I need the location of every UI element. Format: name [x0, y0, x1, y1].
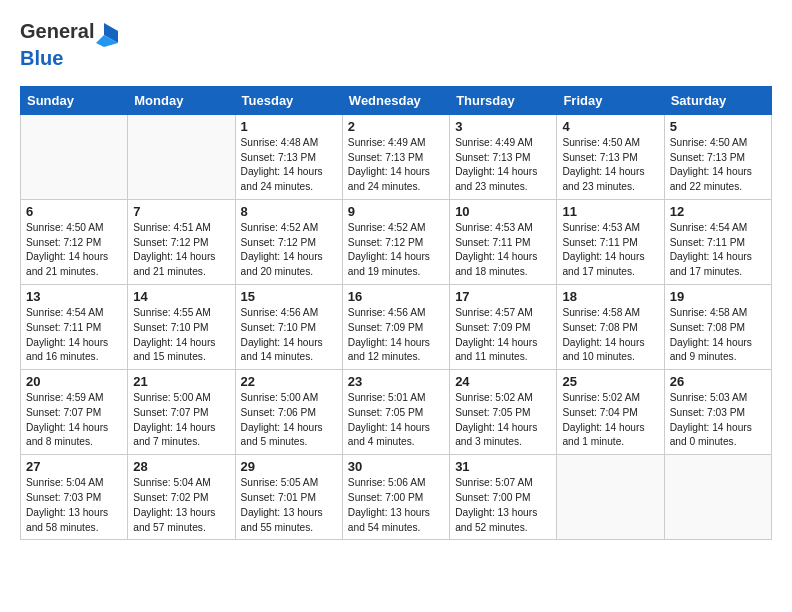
day-number: 24 [455, 374, 551, 389]
day-detail: Sunrise: 4:49 AM Sunset: 7:13 PM Dayligh… [348, 136, 444, 195]
day-number: 21 [133, 374, 229, 389]
calendar-cell: 24Sunrise: 5:02 AM Sunset: 7:05 PM Dayli… [450, 370, 557, 455]
day-detail: Sunrise: 5:03 AM Sunset: 7:03 PM Dayligh… [670, 391, 766, 450]
calendar-cell: 28Sunrise: 5:04 AM Sunset: 7:02 PM Dayli… [128, 455, 235, 540]
day-number: 18 [562, 289, 658, 304]
day-detail: Sunrise: 4:56 AM Sunset: 7:09 PM Dayligh… [348, 306, 444, 365]
calendar-cell: 11Sunrise: 4:53 AM Sunset: 7:11 PM Dayli… [557, 199, 664, 284]
calendar-cell: 21Sunrise: 5:00 AM Sunset: 7:07 PM Dayli… [128, 370, 235, 455]
day-number: 9 [348, 204, 444, 219]
day-detail: Sunrise: 4:57 AM Sunset: 7:09 PM Dayligh… [455, 306, 551, 365]
day-detail: Sunrise: 4:56 AM Sunset: 7:10 PM Dayligh… [241, 306, 337, 365]
day-detail: Sunrise: 4:54 AM Sunset: 7:11 PM Dayligh… [670, 221, 766, 280]
calendar-cell: 2Sunrise: 4:49 AM Sunset: 7:13 PM Daylig… [342, 114, 449, 199]
calendar-cell: 30Sunrise: 5:06 AM Sunset: 7:00 PM Dayli… [342, 455, 449, 540]
day-detail: Sunrise: 4:50 AM Sunset: 7:13 PM Dayligh… [562, 136, 658, 195]
day-number: 3 [455, 119, 551, 134]
calendar-cell: 9Sunrise: 4:52 AM Sunset: 7:12 PM Daylig… [342, 199, 449, 284]
day-number: 16 [348, 289, 444, 304]
calendar-cell: 26Sunrise: 5:03 AM Sunset: 7:03 PM Dayli… [664, 370, 771, 455]
day-detail: Sunrise: 4:49 AM Sunset: 7:13 PM Dayligh… [455, 136, 551, 195]
calendar-cell: 5Sunrise: 4:50 AM Sunset: 7:13 PM Daylig… [664, 114, 771, 199]
day-number: 20 [26, 374, 122, 389]
day-number: 25 [562, 374, 658, 389]
logo-general: General [20, 20, 94, 42]
day-number: 8 [241, 204, 337, 219]
day-detail: Sunrise: 5:04 AM Sunset: 7:02 PM Dayligh… [133, 476, 229, 535]
day-number: 6 [26, 204, 122, 219]
calendar-cell: 1Sunrise: 4:48 AM Sunset: 7:13 PM Daylig… [235, 114, 342, 199]
week-row-3: 20Sunrise: 4:59 AM Sunset: 7:07 PM Dayli… [21, 370, 772, 455]
day-detail: Sunrise: 4:51 AM Sunset: 7:12 PM Dayligh… [133, 221, 229, 280]
day-detail: Sunrise: 5:04 AM Sunset: 7:03 PM Dayligh… [26, 476, 122, 535]
day-number: 30 [348, 459, 444, 474]
day-number: 13 [26, 289, 122, 304]
day-detail: Sunrise: 5:02 AM Sunset: 7:05 PM Dayligh… [455, 391, 551, 450]
calendar-cell: 7Sunrise: 4:51 AM Sunset: 7:12 PM Daylig… [128, 199, 235, 284]
calendar-cell: 19Sunrise: 4:58 AM Sunset: 7:08 PM Dayli… [664, 285, 771, 370]
day-detail: Sunrise: 4:58 AM Sunset: 7:08 PM Dayligh… [670, 306, 766, 365]
day-number: 11 [562, 204, 658, 219]
logo: General Blue [20, 20, 120, 70]
logo-text: General Blue [20, 20, 120, 70]
calendar-cell: 22Sunrise: 5:00 AM Sunset: 7:06 PM Dayli… [235, 370, 342, 455]
day-number: 29 [241, 459, 337, 474]
week-row-2: 13Sunrise: 4:54 AM Sunset: 7:11 PM Dayli… [21, 285, 772, 370]
weekday-header-sunday: Sunday [21, 86, 128, 114]
calendar-cell: 31Sunrise: 5:07 AM Sunset: 7:00 PM Dayli… [450, 455, 557, 540]
calendar-cell: 25Sunrise: 5:02 AM Sunset: 7:04 PM Dayli… [557, 370, 664, 455]
calendar-cell: 14Sunrise: 4:55 AM Sunset: 7:10 PM Dayli… [128, 285, 235, 370]
day-number: 28 [133, 459, 229, 474]
weekday-header-tuesday: Tuesday [235, 86, 342, 114]
day-number: 19 [670, 289, 766, 304]
weekday-header-wednesday: Wednesday [342, 86, 449, 114]
week-row-4: 27Sunrise: 5:04 AM Sunset: 7:03 PM Dayli… [21, 455, 772, 540]
logo-icon [94, 21, 120, 47]
calendar-cell: 27Sunrise: 5:04 AM Sunset: 7:03 PM Dayli… [21, 455, 128, 540]
calendar-cell: 10Sunrise: 4:53 AM Sunset: 7:11 PM Dayli… [450, 199, 557, 284]
day-number: 14 [133, 289, 229, 304]
calendar-cell: 12Sunrise: 4:54 AM Sunset: 7:11 PM Dayli… [664, 199, 771, 284]
day-number: 4 [562, 119, 658, 134]
calendar-cell [21, 114, 128, 199]
day-detail: Sunrise: 4:52 AM Sunset: 7:12 PM Dayligh… [348, 221, 444, 280]
day-number: 12 [670, 204, 766, 219]
day-number: 23 [348, 374, 444, 389]
calendar-cell: 18Sunrise: 4:58 AM Sunset: 7:08 PM Dayli… [557, 285, 664, 370]
calendar-cell: 8Sunrise: 4:52 AM Sunset: 7:12 PM Daylig… [235, 199, 342, 284]
calendar-cell [128, 114, 235, 199]
calendar-cell: 4Sunrise: 4:50 AM Sunset: 7:13 PM Daylig… [557, 114, 664, 199]
calendar-cell [664, 455, 771, 540]
page-header: General Blue [20, 20, 772, 70]
week-row-0: 1Sunrise: 4:48 AM Sunset: 7:13 PM Daylig… [21, 114, 772, 199]
calendar-cell: 15Sunrise: 4:56 AM Sunset: 7:10 PM Dayli… [235, 285, 342, 370]
weekday-header-thursday: Thursday [450, 86, 557, 114]
calendar-cell: 6Sunrise: 4:50 AM Sunset: 7:12 PM Daylig… [21, 199, 128, 284]
calendar-cell [557, 455, 664, 540]
day-detail: Sunrise: 4:50 AM Sunset: 7:12 PM Dayligh… [26, 221, 122, 280]
calendar-cell: 17Sunrise: 4:57 AM Sunset: 7:09 PM Dayli… [450, 285, 557, 370]
weekday-header-row: SundayMondayTuesdayWednesdayThursdayFrid… [21, 86, 772, 114]
day-detail: Sunrise: 4:59 AM Sunset: 7:07 PM Dayligh… [26, 391, 122, 450]
day-detail: Sunrise: 4:53 AM Sunset: 7:11 PM Dayligh… [562, 221, 658, 280]
day-detail: Sunrise: 5:06 AM Sunset: 7:00 PM Dayligh… [348, 476, 444, 535]
calendar-cell: 16Sunrise: 4:56 AM Sunset: 7:09 PM Dayli… [342, 285, 449, 370]
day-number: 31 [455, 459, 551, 474]
day-number: 1 [241, 119, 337, 134]
calendar-cell: 3Sunrise: 4:49 AM Sunset: 7:13 PM Daylig… [450, 114, 557, 199]
day-number: 2 [348, 119, 444, 134]
day-detail: Sunrise: 5:07 AM Sunset: 7:00 PM Dayligh… [455, 476, 551, 535]
day-number: 15 [241, 289, 337, 304]
logo-blue: Blue [20, 47, 63, 69]
calendar-cell: 23Sunrise: 5:01 AM Sunset: 7:05 PM Dayli… [342, 370, 449, 455]
calendar-table: SundayMondayTuesdayWednesdayThursdayFrid… [20, 86, 772, 541]
day-detail: Sunrise: 5:00 AM Sunset: 7:07 PM Dayligh… [133, 391, 229, 450]
day-number: 7 [133, 204, 229, 219]
day-detail: Sunrise: 5:01 AM Sunset: 7:05 PM Dayligh… [348, 391, 444, 450]
weekday-header-monday: Monday [128, 86, 235, 114]
day-number: 17 [455, 289, 551, 304]
day-number: 26 [670, 374, 766, 389]
day-detail: Sunrise: 4:53 AM Sunset: 7:11 PM Dayligh… [455, 221, 551, 280]
day-detail: Sunrise: 4:50 AM Sunset: 7:13 PM Dayligh… [670, 136, 766, 195]
day-detail: Sunrise: 5:00 AM Sunset: 7:06 PM Dayligh… [241, 391, 337, 450]
